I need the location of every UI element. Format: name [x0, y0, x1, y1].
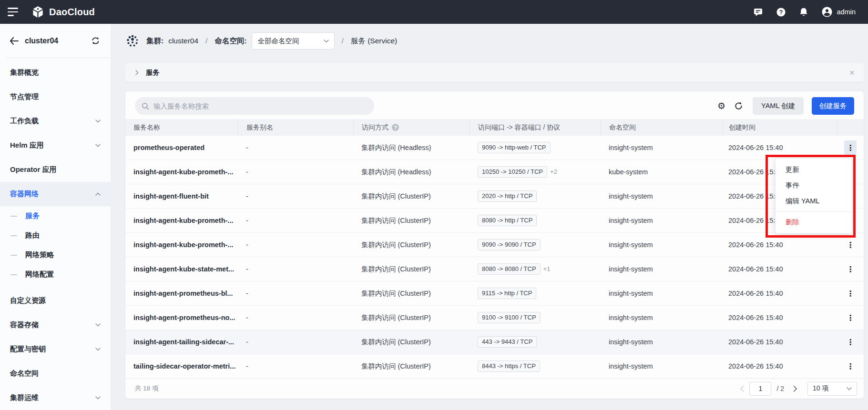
context-menu-item-事件[interactable]: 事件 — [776, 178, 852, 193]
sidebar-item-Helm 应用[interactable]: Helm 应用 — [0, 133, 111, 158]
cluster-dots-icon — [125, 34, 140, 48]
cell-name[interactable]: insight-agent-prometheus-bl... — [125, 290, 238, 297]
yaml-create-button[interactable]: YAML 创建 — [753, 97, 804, 115]
cell-name[interactable]: prometheus-operated — [125, 144, 238, 151]
cell-access: 集群内访问 (Headless) — [353, 168, 470, 177]
sidebar-item-工作负载[interactable]: 工作负载 — [0, 109, 111, 133]
cell-namespace: insight-system — [601, 192, 723, 200]
help-badge-icon[interactable]: ? — [392, 124, 399, 131]
row-actions-kebab-icon[interactable]: ⋮ — [844, 310, 857, 325]
cell-name[interactable]: insight-agent-prometheus-no... — [125, 314, 238, 321]
refresh-cluster-icon[interactable] — [91, 37, 100, 45]
page-input[interactable]: 1 — [749, 382, 771, 396]
table-row: tailing-sidecar-operator-metri...-集群内访问 … — [125, 354, 864, 379]
sidebar-item-配置与密钥[interactable]: 配置与密钥 — [0, 337, 111, 361]
help-icon[interactable]: ? — [776, 7, 786, 17]
sidebar-item-命名空间[interactable]: 命名空间 — [0, 361, 111, 386]
cell-actions: ⋮ — [837, 359, 864, 373]
cell-name[interactable]: insight-agent-fluent-bit — [125, 192, 238, 200]
cell-access: 集群内访问 (Headless) — [353, 143, 470, 152]
service-search[interactable] — [135, 97, 374, 115]
cell-namespace: insight-system — [601, 290, 723, 297]
cell-name[interactable]: tailing-sidecar-operator-metri... — [125, 362, 238, 370]
refresh-table-icon[interactable] — [734, 101, 743, 110]
cell-ports: 443 -> 9443 / TCP — [470, 336, 601, 348]
namespace-select-value: 全部命名空间 — [258, 37, 299, 46]
cell-created: 2024-06-26 15:40 — [723, 265, 837, 273]
notifications-bell-icon[interactable] — [799, 7, 808, 17]
cluster-label: 集群: — [146, 36, 163, 46]
sidebar-item-容器网络[interactable]: 容器网络 — [0, 182, 111, 206]
row-actions-kebab-icon[interactable]: ⋮ — [844, 262, 857, 276]
cell-created: 2024-06-26 15:40 — [723, 362, 837, 370]
port-badge: 8443 -> https / TCP — [478, 360, 540, 372]
cell-ports: 8080 -> http / TCP — [470, 215, 601, 226]
cell-access: 集群内访问 (ClusterIP) — [353, 240, 470, 250]
cell-alias: - — [238, 338, 353, 346]
sidebar-item-网络配置[interactable]: 网络配置 — [0, 265, 111, 284]
cell-namespace: insight-system — [601, 144, 723, 151]
row-actions-kebab-icon[interactable]: ⋮ — [844, 140, 857, 155]
table-header: 服务名称服务别名访问方式?访问端口 -> 容器端口 / 协议命名空间创建时间 — [125, 119, 864, 136]
row-actions-kebab-icon[interactable]: ⋮ — [844, 238, 857, 252]
cell-name[interactable]: insight-agent-kube-prometh-... — [125, 168, 238, 176]
cell-alias: - — [238, 241, 353, 249]
sidebar-item-自定义资源[interactable]: 自定义资源 — [0, 289, 111, 313]
dash-icon — [10, 216, 17, 217]
username: admin — [837, 8, 856, 16]
messages-icon[interactable] — [753, 8, 763, 17]
sidebar-item-Operator 应用[interactable]: Operator 应用 — [0, 158, 111, 182]
cell-name[interactable]: insight-agent-kube-prometh-... — [125, 217, 238, 224]
close-icon[interactable]: ✕ — [849, 69, 855, 77]
context-menu-item-删除[interactable]: 删除 — [776, 214, 852, 230]
cell-actions: ⋮ — [837, 286, 864, 300]
row-context-menu: 更新事件编辑 YAML删除 — [776, 159, 852, 233]
settings-gear-icon[interactable]: ⚙ — [717, 101, 725, 110]
chevron-down-icon — [847, 387, 852, 390]
breadcrumb-cluster-value[interactable]: cluster04 — [168, 37, 198, 45]
port-extra-count: +2 — [550, 168, 557, 175]
row-actions-kebab-icon[interactable]: ⋮ — [844, 335, 857, 349]
prev-page-icon[interactable] — [740, 386, 744, 392]
cell-name[interactable]: insight-agent-tailing-sidecar-... — [125, 338, 238, 346]
sidebar-item-节点管理[interactable]: 节点管理 — [0, 85, 111, 109]
main-content: 集群: cluster04 / 命名空间: 全部命名空间 / 服务 (Servi… — [111, 24, 868, 410]
sidebar-item-集群运维[interactable]: 集群运维 — [0, 386, 111, 410]
context-menu-item-编辑 YAML[interactable]: 编辑 YAML — [776, 193, 852, 209]
next-page-icon[interactable] — [793, 386, 797, 392]
cell-actions: ⋮ — [837, 238, 864, 252]
page-size-select[interactable]: 10 项 — [807, 382, 857, 396]
user-menu[interactable]: admin — [821, 6, 856, 18]
context-menu-item-更新[interactable]: 更新 — [776, 162, 852, 178]
header-访问方式: 访问方式? — [353, 119, 470, 136]
avatar-icon — [821, 6, 833, 18]
cell-name[interactable]: insight-agent-kube-state-met... — [125, 265, 238, 273]
table-row: insight-agent-prometheus-no...-集群内访问 (Cl… — [125, 306, 864, 330]
namespace-select[interactable]: 全部命名空间 — [252, 32, 335, 50]
cell-actions: ⋮ — [837, 262, 864, 276]
header-创建时间: 创建时间 — [723, 119, 837, 136]
breadcrumb-page: 服务 (Service) — [351, 36, 397, 46]
row-actions-kebab-icon[interactable]: ⋮ — [844, 286, 857, 300]
create-service-button[interactable]: 创建服务 — [812, 97, 854, 115]
cluster-name: cluster04 — [25, 37, 58, 45]
back-arrow-icon[interactable] — [10, 37, 19, 45]
service-panel-header[interactable]: 服务 ✕ — [125, 63, 864, 82]
sidebar-item-网络策略[interactable]: 网络策略 — [0, 245, 111, 265]
cell-alias: - — [238, 168, 353, 176]
sidebar-item-容器存储[interactable]: 容器存储 — [0, 313, 111, 337]
sidebar-item-集群概览[interactable]: 集群概览 — [0, 60, 111, 85]
cell-access: 集群内访问 (ClusterIP) — [353, 313, 470, 322]
port-badge: 9115 -> http / TCP — [478, 288, 536, 299]
menu-hamburger-icon[interactable] — [0, 8, 25, 16]
sidebar-item-服务[interactable]: 服务 — [0, 206, 111, 226]
row-actions-kebab-icon[interactable]: ⋮ — [844, 359, 857, 373]
search-input[interactable] — [153, 102, 368, 110]
cell-actions: ⋮ — [837, 335, 864, 349]
cell-name[interactable]: insight-agent-kube-prometh-... — [125, 241, 238, 249]
sidebar-item-label: 容器网络 — [10, 190, 39, 199]
namespace-label: 命名空间: — [214, 36, 246, 46]
total-count: 共 18 项 — [135, 384, 159, 393]
page-size-value: 10 项 — [813, 384, 828, 393]
sidebar-item-路由[interactable]: 路由 — [0, 226, 111, 245]
